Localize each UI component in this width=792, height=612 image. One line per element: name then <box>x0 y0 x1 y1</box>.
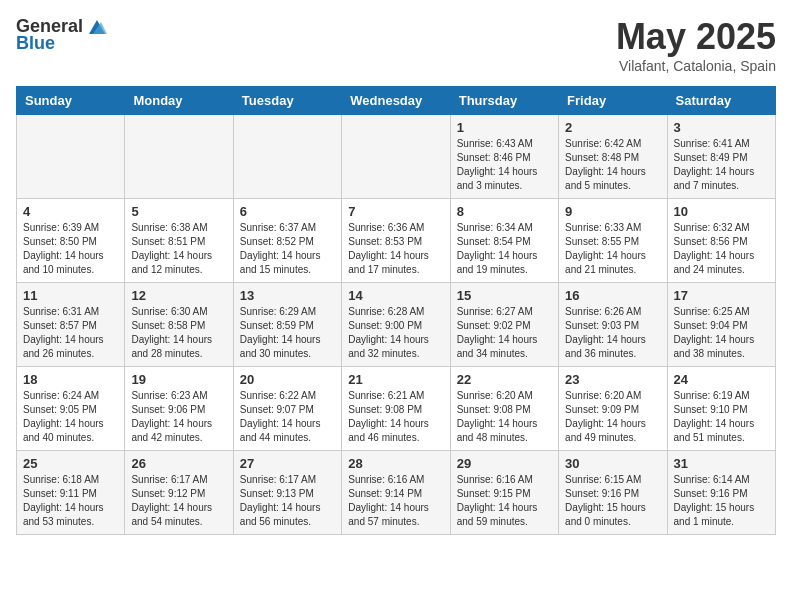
day-info: Sunrise: 6:27 AM Sunset: 9:02 PM Dayligh… <box>457 305 552 361</box>
day-number: 25 <box>23 456 118 471</box>
day-info: Sunrise: 6:34 AM Sunset: 8:54 PM Dayligh… <box>457 221 552 277</box>
day-number: 21 <box>348 372 443 387</box>
day-info: Sunrise: 6:24 AM Sunset: 9:05 PM Dayligh… <box>23 389 118 445</box>
day-number: 22 <box>457 372 552 387</box>
calendar-week-row: 18Sunrise: 6:24 AM Sunset: 9:05 PM Dayli… <box>17 367 776 451</box>
day-number: 12 <box>131 288 226 303</box>
calendar-cell: 28Sunrise: 6:16 AM Sunset: 9:14 PM Dayli… <box>342 451 450 535</box>
calendar-cell: 2Sunrise: 6:42 AM Sunset: 8:48 PM Daylig… <box>559 115 667 199</box>
day-number: 8 <box>457 204 552 219</box>
calendar-cell: 18Sunrise: 6:24 AM Sunset: 9:05 PM Dayli… <box>17 367 125 451</box>
day-number: 4 <box>23 204 118 219</box>
day-number: 5 <box>131 204 226 219</box>
logo-blue-text: Blue <box>16 33 55 54</box>
day-info: Sunrise: 6:25 AM Sunset: 9:04 PM Dayligh… <box>674 305 769 361</box>
day-number: 2 <box>565 120 660 135</box>
day-number: 27 <box>240 456 335 471</box>
calendar-cell: 6Sunrise: 6:37 AM Sunset: 8:52 PM Daylig… <box>233 199 341 283</box>
calendar-cell <box>342 115 450 199</box>
day-info: Sunrise: 6:41 AM Sunset: 8:49 PM Dayligh… <box>674 137 769 193</box>
location-subtitle: Vilafant, Catalonia, Spain <box>616 58 776 74</box>
day-number: 16 <box>565 288 660 303</box>
calendar-cell: 5Sunrise: 6:38 AM Sunset: 8:51 PM Daylig… <box>125 199 233 283</box>
day-info: Sunrise: 6:20 AM Sunset: 9:08 PM Dayligh… <box>457 389 552 445</box>
calendar-cell: 25Sunrise: 6:18 AM Sunset: 9:11 PM Dayli… <box>17 451 125 535</box>
logo-icon <box>85 18 107 36</box>
calendar-cell: 16Sunrise: 6:26 AM Sunset: 9:03 PM Dayli… <box>559 283 667 367</box>
day-info: Sunrise: 6:14 AM Sunset: 9:16 PM Dayligh… <box>674 473 769 529</box>
day-info: Sunrise: 6:38 AM Sunset: 8:51 PM Dayligh… <box>131 221 226 277</box>
title-block: May 2025 Vilafant, Catalonia, Spain <box>616 16 776 74</box>
day-number: 17 <box>674 288 769 303</box>
day-number: 14 <box>348 288 443 303</box>
calendar-cell: 27Sunrise: 6:17 AM Sunset: 9:13 PM Dayli… <box>233 451 341 535</box>
month-title: May 2025 <box>616 16 776 58</box>
day-info: Sunrise: 6:36 AM Sunset: 8:53 PM Dayligh… <box>348 221 443 277</box>
calendar-cell: 21Sunrise: 6:21 AM Sunset: 9:08 PM Dayli… <box>342 367 450 451</box>
day-number: 31 <box>674 456 769 471</box>
calendar-cell: 17Sunrise: 6:25 AM Sunset: 9:04 PM Dayli… <box>667 283 775 367</box>
day-number: 10 <box>674 204 769 219</box>
calendar-cell <box>125 115 233 199</box>
day-info: Sunrise: 6:21 AM Sunset: 9:08 PM Dayligh… <box>348 389 443 445</box>
logo: General Blue <box>16 16 107 54</box>
weekday-header-friday: Friday <box>559 87 667 115</box>
day-info: Sunrise: 6:33 AM Sunset: 8:55 PM Dayligh… <box>565 221 660 277</box>
calendar-cell: 9Sunrise: 6:33 AM Sunset: 8:55 PM Daylig… <box>559 199 667 283</box>
day-info: Sunrise: 6:16 AM Sunset: 9:15 PM Dayligh… <box>457 473 552 529</box>
day-number: 15 <box>457 288 552 303</box>
day-info: Sunrise: 6:20 AM Sunset: 9:09 PM Dayligh… <box>565 389 660 445</box>
calendar-table: SundayMondayTuesdayWednesdayThursdayFrid… <box>16 86 776 535</box>
day-number: 11 <box>23 288 118 303</box>
weekday-header-thursday: Thursday <box>450 87 558 115</box>
day-info: Sunrise: 6:17 AM Sunset: 9:12 PM Dayligh… <box>131 473 226 529</box>
weekday-header-wednesday: Wednesday <box>342 87 450 115</box>
calendar-cell <box>17 115 125 199</box>
weekday-header-monday: Monday <box>125 87 233 115</box>
weekday-header-tuesday: Tuesday <box>233 87 341 115</box>
day-info: Sunrise: 6:37 AM Sunset: 8:52 PM Dayligh… <box>240 221 335 277</box>
day-info: Sunrise: 6:29 AM Sunset: 8:59 PM Dayligh… <box>240 305 335 361</box>
day-number: 18 <box>23 372 118 387</box>
calendar-week-row: 11Sunrise: 6:31 AM Sunset: 8:57 PM Dayli… <box>17 283 776 367</box>
day-number: 1 <box>457 120 552 135</box>
day-info: Sunrise: 6:30 AM Sunset: 8:58 PM Dayligh… <box>131 305 226 361</box>
day-number: 24 <box>674 372 769 387</box>
day-info: Sunrise: 6:28 AM Sunset: 9:00 PM Dayligh… <box>348 305 443 361</box>
day-info: Sunrise: 6:42 AM Sunset: 8:48 PM Dayligh… <box>565 137 660 193</box>
calendar-cell: 30Sunrise: 6:15 AM Sunset: 9:16 PM Dayli… <box>559 451 667 535</box>
day-number: 6 <box>240 204 335 219</box>
day-info: Sunrise: 6:19 AM Sunset: 9:10 PM Dayligh… <box>674 389 769 445</box>
day-number: 20 <box>240 372 335 387</box>
day-info: Sunrise: 6:26 AM Sunset: 9:03 PM Dayligh… <box>565 305 660 361</box>
calendar-cell: 13Sunrise: 6:29 AM Sunset: 8:59 PM Dayli… <box>233 283 341 367</box>
day-number: 3 <box>674 120 769 135</box>
day-info: Sunrise: 6:43 AM Sunset: 8:46 PM Dayligh… <box>457 137 552 193</box>
calendar-week-row: 25Sunrise: 6:18 AM Sunset: 9:11 PM Dayli… <box>17 451 776 535</box>
day-info: Sunrise: 6:39 AM Sunset: 8:50 PM Dayligh… <box>23 221 118 277</box>
calendar-cell: 1Sunrise: 6:43 AM Sunset: 8:46 PM Daylig… <box>450 115 558 199</box>
calendar-cell: 4Sunrise: 6:39 AM Sunset: 8:50 PM Daylig… <box>17 199 125 283</box>
calendar-week-row: 1Sunrise: 6:43 AM Sunset: 8:46 PM Daylig… <box>17 115 776 199</box>
day-info: Sunrise: 6:16 AM Sunset: 9:14 PM Dayligh… <box>348 473 443 529</box>
day-number: 26 <box>131 456 226 471</box>
weekday-header-sunday: Sunday <box>17 87 125 115</box>
day-info: Sunrise: 6:15 AM Sunset: 9:16 PM Dayligh… <box>565 473 660 529</box>
day-info: Sunrise: 6:31 AM Sunset: 8:57 PM Dayligh… <box>23 305 118 361</box>
calendar-cell: 26Sunrise: 6:17 AM Sunset: 9:12 PM Dayli… <box>125 451 233 535</box>
calendar-cell: 31Sunrise: 6:14 AM Sunset: 9:16 PM Dayli… <box>667 451 775 535</box>
calendar-cell <box>233 115 341 199</box>
day-number: 7 <box>348 204 443 219</box>
calendar-cell: 19Sunrise: 6:23 AM Sunset: 9:06 PM Dayli… <box>125 367 233 451</box>
calendar-cell: 15Sunrise: 6:27 AM Sunset: 9:02 PM Dayli… <box>450 283 558 367</box>
calendar-cell: 29Sunrise: 6:16 AM Sunset: 9:15 PM Dayli… <box>450 451 558 535</box>
day-number: 30 <box>565 456 660 471</box>
calendar-cell: 14Sunrise: 6:28 AM Sunset: 9:00 PM Dayli… <box>342 283 450 367</box>
calendar-cell: 23Sunrise: 6:20 AM Sunset: 9:09 PM Dayli… <box>559 367 667 451</box>
calendar-cell: 12Sunrise: 6:30 AM Sunset: 8:58 PM Dayli… <box>125 283 233 367</box>
day-info: Sunrise: 6:32 AM Sunset: 8:56 PM Dayligh… <box>674 221 769 277</box>
calendar-cell: 7Sunrise: 6:36 AM Sunset: 8:53 PM Daylig… <box>342 199 450 283</box>
calendar-cell: 8Sunrise: 6:34 AM Sunset: 8:54 PM Daylig… <box>450 199 558 283</box>
weekday-header-row: SundayMondayTuesdayWednesdayThursdayFrid… <box>17 87 776 115</box>
day-info: Sunrise: 6:17 AM Sunset: 9:13 PM Dayligh… <box>240 473 335 529</box>
